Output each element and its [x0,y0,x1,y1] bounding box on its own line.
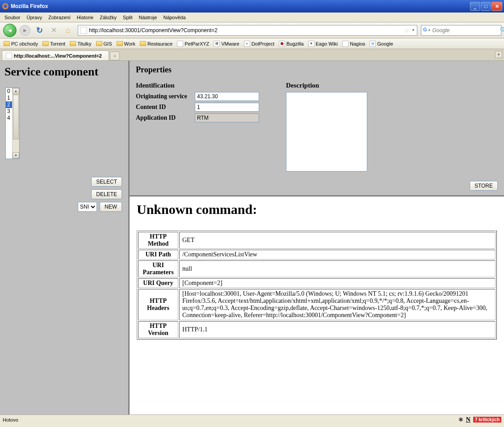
table-row: URI Parametersnull [138,260,496,277]
menu-zalozky[interactable]: Záložky [97,14,119,21]
unknown-command-panel: Unknown command: HTTP MethodGET URI Path… [130,197,504,414]
tab-active[interactable]: http://localhost:...View?Component=2 [2,50,109,60]
new-tab-button[interactable]: + [110,51,120,60]
properties-heading: Properties [136,65,498,75]
folder-icon [140,41,146,46]
folder-icon [96,41,102,46]
status-bar: Hotovo ✱ N 7 kritických [0,414,504,424]
window-title: Mozilla Firefox [11,3,470,9]
back-button[interactable]: ◄ [3,23,17,38]
page-icon [177,41,183,47]
menu-soubor[interactable]: Soubor [2,14,23,21]
content-id-label: Content ID [136,104,195,111]
folder-icon [42,41,49,46]
bookmark-gis[interactable]: GIS [94,40,114,47]
store-button[interactable]: STORE [470,181,498,191]
table-row: HTTP MethodGET [138,232,496,249]
folder-icon [70,41,76,46]
bookmark-pc-obchody[interactable]: PC obchody [2,40,40,47]
reload-button[interactable]: ↻ [33,24,46,37]
bookmark-restaurace[interactable]: Restaurace [138,40,174,47]
menu-zobrazeni[interactable]: Zobrazení [46,14,73,21]
menu-upravy[interactable]: Úpravy [24,14,45,21]
page-icon: G [370,41,376,47]
folder-icon [117,41,123,46]
bookmark-work[interactable]: Work [115,40,137,47]
stop-button[interactable]: ✕ [47,24,60,37]
noscript-icon[interactable]: N [466,416,470,423]
bookmark-torrent[interactable]: Torrent [41,40,67,47]
search-bar[interactable]: G ▼ 🔍 [421,25,501,36]
bookmark-dotproject[interactable]: ▪DotProject [242,40,276,48]
firebug-icon[interactable]: ✱ [458,416,463,423]
page-title: Service component [4,65,124,79]
new-button[interactable]: NEW [100,202,122,212]
bookmark-titulky[interactable]: Titulky [68,40,93,47]
menu-historie[interactable]: Historie [74,14,96,21]
application-id-label: Application ID [136,114,195,121]
page-icon: ⊞ [214,41,220,47]
right-pane: Properties Identification Originating se… [130,61,504,414]
unknown-heading: Unknown command: [137,202,497,217]
folder-icon [4,41,10,46]
scroll-thumb[interactable] [13,95,19,139]
http-table: HTTP MethodGET URI Path/ComponentService… [137,230,497,339]
application-id-input[interactable] [195,113,259,122]
content-id-input[interactable] [195,103,259,112]
url-input[interactable] [89,27,404,33]
bookmark-bugzilla[interactable]: 🐞Bugzilla [277,40,306,48]
table-row: URI Path/ComponentServicesListView [138,250,496,260]
bookmark-google[interactable]: GGoogle [368,40,395,48]
bookmark-nagios[interactable]: Nagios [340,40,367,48]
home-button[interactable]: ⌂ [62,24,74,37]
select-button[interactable]: SELECT [91,177,122,187]
delete-button[interactable]: DELETE [91,189,122,199]
bookmarks-bar: PC obchody Torrent Titulky GIS Work Rest… [0,38,504,49]
bookmark-petparxyz[interactable]: PetParXYZ [175,40,211,48]
firefox-icon [2,3,9,10]
google-icon[interactable]: G [423,27,427,34]
properties-panel: Properties Identification Originating se… [130,61,504,197]
bookmark-eago-wiki[interactable]: ☀Eago Wiki [307,40,340,48]
page-icon: ☀ [308,41,315,47]
search-engine-dropdown-icon[interactable]: ▼ [428,29,431,32]
page-icon [80,27,87,34]
search-icon[interactable]: 🔍 [500,27,504,33]
menu-bar: Soubor Úpravy Zobrazení Historie Záložky… [0,13,504,22]
bookmark-vmware[interactable]: ⊞VMware [212,40,241,48]
originating-service-input[interactable] [195,92,259,101]
page-icon: ▪ [244,41,250,47]
page-icon: 🐞 [279,41,285,47]
identification-heading: Identification [136,82,259,89]
url-bar[interactable]: ☆ ▼ [78,25,417,36]
scrollbar[interactable]: ▲ ▼ [12,88,19,159]
table-row: HTTP VersionHTTP/1.1 [138,321,496,338]
left-pane: Service component 0 1 2 3 4 ▲ ▼ SELECT D… [0,61,130,414]
page-icon [342,41,349,47]
maximize-button[interactable]: □ [481,2,491,11]
minimize-button[interactable]: ‗ [470,2,480,11]
menu-nastroje[interactable]: Nástroje [136,14,160,21]
bookmark-star-icon[interactable]: ☆ [404,27,410,34]
description-heading: Description [286,82,367,89]
page-icon [6,53,12,59]
menu-napoveda[interactable]: Nápověda [160,14,188,21]
tab-list-dropdown[interactable]: ▼ [495,51,502,58]
url-dropdown-icon[interactable]: ▼ [412,28,415,32]
sni-dropdown[interactable]: SNI [78,202,97,212]
description-textarea[interactable] [286,92,367,172]
table-row: HTTP Headers[Host=localhost:30001, User-… [138,289,496,320]
close-button[interactable]: ✕ [491,2,502,11]
window-titlebar: Mozilla Firefox ‗ □ ✕ [0,0,504,13]
search-input[interactable] [433,27,500,33]
forward-button[interactable]: ► [19,24,31,37]
page-content: Service component 0 1 2 3 4 ▲ ▼ SELECT D… [0,61,504,414]
tab-label: http://localhost:...View?Component=2 [14,53,102,59]
scroll-up-icon[interactable]: ▲ [13,88,19,94]
scroll-down-icon[interactable]: ▼ [13,152,19,159]
component-listbox[interactable]: 0 1 2 3 4 ▲ ▼ [5,88,20,159]
menu-split[interactable]: Split [120,14,135,21]
originating-service-label: Originating service [136,93,195,100]
nav-toolbar: ◄ ► ↻ ✕ ⌂ ☆ ▼ G ▼ 🔍 [0,22,504,38]
critical-badge[interactable]: 7 kritických [473,417,501,423]
